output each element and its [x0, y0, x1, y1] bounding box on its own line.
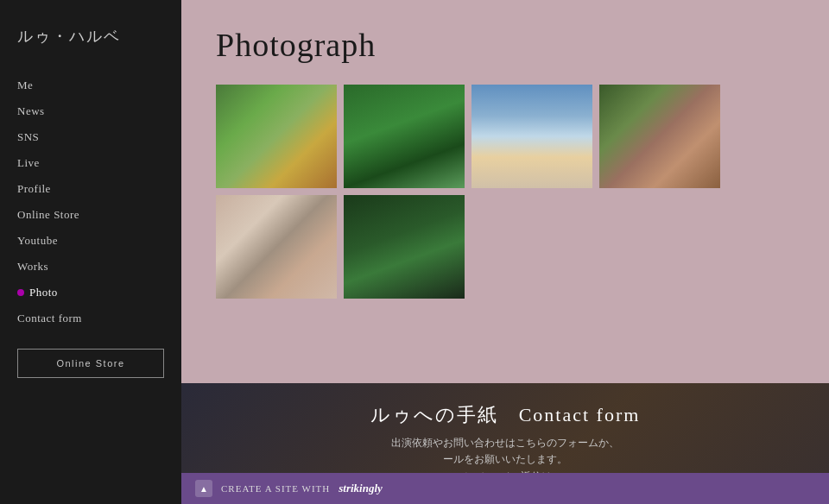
sidebar-item-label: News: [17, 104, 45, 118]
strikingly-chevron-icon[interactable]: ▲: [195, 480, 212, 497]
photo-thumbnail-photo-4[interactable]: [599, 85, 720, 188]
sidebar-item-label: Live: [17, 156, 40, 170]
sidebar-item-online-store[interactable]: Online Store: [0, 202, 181, 228]
sidebar-item-profile[interactable]: Profile: [0, 176, 181, 202]
photo-grid: [216, 85, 794, 299]
page-title: Photograph: [216, 26, 794, 64]
sidebar-item-photo[interactable]: Photo: [0, 280, 181, 306]
photo-thumbnail-photo-6[interactable]: [344, 195, 465, 299]
sidebar-item-label: SNS: [17, 130, 39, 144]
sidebar-item-youtube[interactable]: Youtube: [0, 228, 181, 254]
sidebar-item-label: Contact form: [17, 312, 82, 325]
sidebar-item-label: Youtube: [17, 234, 58, 248]
sidebar-item-live[interactable]: Live: [0, 150, 181, 176]
sidebar-item-label: Photo: [29, 286, 58, 299]
strikingly-brand: strikingly: [339, 482, 383, 495]
contact-title: ルゥへの手紙 Contact form: [370, 402, 641, 428]
active-bullet-icon: [17, 289, 24, 296]
sidebar-item-label: Me: [17, 79, 33, 92]
sidebar-item-news[interactable]: News: [0, 98, 181, 124]
photo-thumbnail-photo-1[interactable]: [216, 85, 337, 188]
site-logo: ルゥ・ハルベ: [0, 17, 181, 72]
strikingly-bar[interactable]: ▲ CREATE A SITE WITH strikingly: [181, 473, 829, 504]
sidebar-online-store-button[interactable]: Online Store: [17, 349, 164, 378]
photo-thumbnail-photo-5[interactable]: [216, 195, 337, 299]
photo-section: Photograph: [181, 0, 829, 383]
sidebar-item-label: Online Store: [17, 208, 79, 222]
contact-line1: 出演依頼やお問い合わせはこちらのフォームか、: [391, 437, 619, 449]
sidebar-nav: MeNewsSNSLiveProfileOnline StoreYoutubeW…: [0, 72, 181, 331]
main-content: Photograph ルゥへの手紙 Contact form 出演依頼やお問い合…: [181, 0, 829, 504]
sidebar-item-sns[interactable]: SNS: [0, 124, 181, 150]
sidebar-item-me[interactable]: Me: [0, 72, 181, 98]
strikingly-cta: CREATE A SITE WITH: [221, 483, 330, 494]
sidebar-item-contact-form[interactable]: Contact form: [0, 306, 181, 331]
photo-thumbnail-photo-2[interactable]: [344, 85, 465, 188]
photo-thumbnail-photo-3[interactable]: [471, 85, 592, 188]
sidebar: ルゥ・ハルベ MeNewsSNSLiveProfileOnline StoreY…: [0, 0, 181, 504]
contact-section: ルゥへの手紙 Contact form 出演依頼やお問い合わせはこちらのフォーム…: [181, 383, 829, 504]
sidebar-item-works[interactable]: Works: [0, 254, 181, 280]
contact-line2: ールをお願いいたします。: [443, 453, 567, 465]
sidebar-item-label: Works: [17, 260, 48, 274]
sidebar-item-label: Profile: [17, 182, 51, 196]
main-layout: ルゥ・ハルベ MeNewsSNSLiveProfileOnline StoreY…: [0, 0, 829, 504]
